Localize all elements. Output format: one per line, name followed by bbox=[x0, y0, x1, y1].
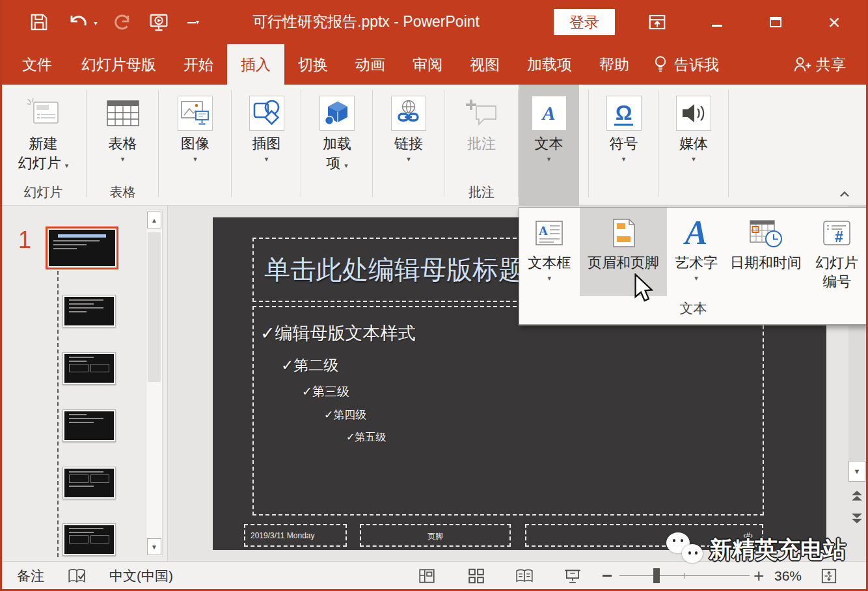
tab-home[interactable]: 开始 bbox=[170, 44, 227, 85]
undo-dropdown-caret[interactable]: ▾ bbox=[91, 18, 100, 27]
wordart-icon: A bbox=[685, 215, 708, 251]
slide-sorter-view-button[interactable] bbox=[466, 562, 487, 590]
normal-view-icon bbox=[418, 568, 436, 584]
previous-slide-button[interactable] bbox=[850, 491, 863, 504]
date-placeholder[interactable]: 2019/3/11 Monday bbox=[244, 524, 347, 547]
maximize-button[interactable] bbox=[763, 10, 789, 34]
slide-sorter-icon bbox=[467, 568, 485, 584]
dropdown-arrow: ▾ bbox=[265, 155, 269, 163]
illustrations-button[interactable]: 插图 ▾ bbox=[232, 85, 301, 186]
zoom-slider-thumb[interactable] bbox=[653, 568, 660, 583]
tab-help[interactable]: 帮助 bbox=[586, 44, 643, 85]
symbol-button[interactable]: Ω 符号 ▾ bbox=[589, 85, 658, 186]
layout-connector-line bbox=[57, 271, 59, 557]
layout-thumbnail[interactable] bbox=[62, 295, 116, 327]
link-icon bbox=[394, 98, 424, 128]
tab-slide-master[interactable]: 幻灯片母版 bbox=[68, 44, 170, 85]
login-button[interactable]: 登录 bbox=[554, 9, 615, 35]
lightbulb-icon bbox=[652, 55, 669, 74]
thumbnail-scrollbar[interactable]: ▲ ▼ bbox=[146, 210, 163, 557]
tab-review[interactable]: 审阅 bbox=[399, 44, 456, 85]
reading-view-icon bbox=[515, 568, 534, 584]
datetime-menu-item[interactable]: 日期和时间 bbox=[726, 208, 807, 296]
tab-transitions[interactable]: 切换 bbox=[284, 44, 342, 85]
omega-icon: Ω bbox=[614, 102, 634, 126]
normal-view-button[interactable] bbox=[416, 562, 437, 590]
new-slide-button[interactable]: 新建 幻灯片 ▾ bbox=[0, 85, 87, 186]
close-button[interactable]: × bbox=[821, 10, 847, 34]
title-bar: ▾ ▾ 可行性研究报告.pptx - PowerPoint 登录 × bbox=[0, 0, 868, 44]
wordart-menu-item[interactable]: A 艺术字 ▾ bbox=[667, 208, 726, 296]
tab-animations[interactable]: 动画 bbox=[342, 44, 399, 85]
reading-view-button[interactable] bbox=[514, 562, 535, 590]
bullet-level-5: ✓第五级 bbox=[346, 431, 386, 445]
images-button[interactable]: 图像 ▾ bbox=[159, 85, 232, 186]
thumb-content-line bbox=[69, 471, 103, 473]
minus-icon bbox=[603, 575, 612, 577]
layout-thumbnail[interactable] bbox=[62, 409, 116, 442]
scrollbar-thumb[interactable] bbox=[148, 232, 161, 382]
layout-thumbnail[interactable] bbox=[62, 523, 116, 556]
group-images: 图像 ▾ bbox=[159, 85, 232, 205]
slide-index-number: 1 bbox=[18, 227, 31, 254]
link-button[interactable]: 链接 ▾ bbox=[373, 85, 444, 186]
layout-thumbnail[interactable] bbox=[62, 467, 116, 499]
language-button[interactable]: 中文(中国) bbox=[109, 562, 173, 590]
media-button[interactable]: 媒体 ▾ bbox=[658, 85, 729, 186]
tab-tell-me[interactable]: 告诉我 bbox=[669, 44, 733, 85]
scroll-down-button[interactable]: ▼ bbox=[848, 461, 865, 482]
tab-file[interactable]: 文件 bbox=[7, 44, 68, 85]
addins-button[interactable]: 加载 项 ▾ bbox=[301, 85, 373, 186]
scroll-down-button[interactable]: ▼ bbox=[147, 538, 161, 555]
zoom-slider-track[interactable] bbox=[619, 575, 750, 576]
dropdown-arrow: ▾ bbox=[65, 161, 69, 169]
footer-placeholder-text: 页脚 bbox=[361, 525, 509, 542]
collapse-ribbon-button[interactable] bbox=[839, 188, 850, 200]
dropdown-arrow: ▾ bbox=[694, 274, 698, 282]
save-button[interactable] bbox=[27, 10, 51, 34]
group-slides: 新建 幻灯片 ▾ 幻灯片 bbox=[0, 85, 87, 205]
slideshow-view-button[interactable] bbox=[562, 562, 583, 590]
body-placeholder[interactable]: ✓编辑母版文本样式 ✓第二级 ✓第三级 ✓第四级 ✓第五级 bbox=[252, 306, 764, 515]
tab-share[interactable]: 共享 bbox=[812, 44, 851, 85]
tab-insert[interactable]: 插入 bbox=[227, 44, 284, 85]
customize-qat-button[interactable]: ▾ bbox=[187, 14, 199, 30]
slide-number-label-line1: 幻灯片 bbox=[815, 253, 858, 272]
master-slide-thumbnail-selected[interactable] bbox=[46, 227, 118, 269]
dropdown-arrow: ▾ bbox=[344, 161, 348, 169]
textbox-menu-item[interactable]: A 文本框 ▾ bbox=[519, 208, 580, 296]
zoom-out-button[interactable] bbox=[603, 562, 616, 590]
datetime-label: 日期和时间 bbox=[730, 253, 802, 272]
thumb-content-line bbox=[69, 528, 103, 529]
ribbon-display-options-button[interactable] bbox=[644, 10, 670, 34]
addins-label-line2: 项 bbox=[326, 155, 340, 171]
textbox-label: 文本框 bbox=[528, 253, 571, 272]
text-a-icon: A bbox=[542, 102, 555, 124]
scroll-up-button[interactable]: ▲ bbox=[147, 212, 161, 228]
group-media: 媒体 ▾ bbox=[658, 85, 729, 205]
footer-placeholder[interactable]: 页脚 bbox=[360, 524, 511, 547]
group-label-tables: 表格 bbox=[87, 184, 159, 201]
group-label-slides: 幻灯片 bbox=[0, 184, 87, 201]
table-button[interactable]: 表格 ▾ bbox=[87, 85, 159, 186]
thumb-content-line bbox=[69, 299, 103, 301]
thumb-content-box bbox=[69, 474, 88, 483]
save-icon bbox=[29, 12, 49, 32]
tab-view[interactable]: 视图 bbox=[456, 44, 513, 85]
ribbon-empty-area bbox=[729, 85, 868, 205]
wechat-icon bbox=[665, 531, 704, 568]
header-footer-menu-item[interactable]: 页眉和页脚 bbox=[580, 208, 668, 296]
slide-number-menu-item[interactable]: # 幻灯片 编号 bbox=[806, 208, 867, 296]
spell-check-button[interactable] bbox=[67, 562, 87, 590]
dropdown-arrow: ▾ bbox=[548, 274, 552, 282]
svg-text:A: A bbox=[539, 224, 548, 238]
undo-button[interactable] bbox=[66, 10, 90, 34]
tab-addins[interactable]: 加载项 bbox=[513, 44, 586, 85]
start-slideshow-button[interactable] bbox=[147, 10, 170, 34]
minimize-button[interactable] bbox=[704, 10, 730, 34]
layout-thumbnail[interactable] bbox=[62, 352, 116, 385]
text-button[interactable]: A 文本 ▾ bbox=[519, 85, 579, 186]
next-slide-button[interactable] bbox=[850, 513, 863, 526]
group-illustrations: 插图 ▾ bbox=[232, 85, 301, 205]
notes-button[interactable]: 备注 bbox=[17, 562, 44, 590]
